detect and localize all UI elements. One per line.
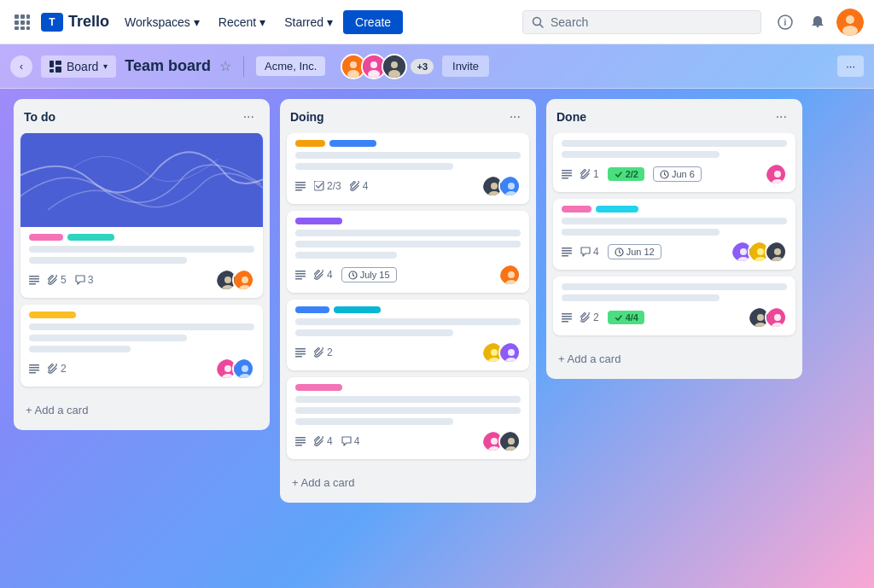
card-avatar-2 (498, 430, 521, 452)
member-count-badge[interactable]: +3 (411, 59, 434, 74)
svg-rect-6 (15, 26, 19, 30)
card-doing-1[interactable]: 2/3 4 (287, 133, 529, 204)
column-doing-menu[interactable]: ··· (504, 108, 526, 126)
star-icon[interactable]: ☆ (219, 58, 231, 74)
list-icon (29, 364, 39, 374)
notifications-icon-btn[interactable] (804, 9, 831, 36)
card-done-1[interactable]: 1 2/2 Jun 6 (553, 133, 795, 192)
svg-rect-101 (562, 253, 572, 254)
card-todo-2[interactable]: 2 (20, 305, 263, 387)
svg-rect-64 (295, 276, 306, 277)
card-avatar-2 (765, 306, 787, 329)
card-line (295, 230, 521, 236)
card-doing-3[interactable]: 2 (287, 300, 529, 370)
trello-logo[interactable]: T Trello (41, 13, 109, 32)
svg-rect-54 (295, 189, 302, 191)
card-line (29, 257, 187, 264)
svg-rect-1 (20, 15, 25, 19)
svg-rect-117 (614, 313, 623, 323)
svg-point-122 (774, 314, 781, 321)
svg-rect-33 (29, 281, 39, 282)
card-meta: 2 (295, 346, 333, 358)
starred-nav-btn[interactable]: Starred ▾ (276, 10, 341, 34)
attachment-icon (314, 270, 324, 280)
meta-attachments: 1 (580, 168, 599, 180)
sidebar-collapse-btn[interactable]: ‹ (10, 55, 32, 78)
svg-rect-42 (29, 367, 39, 369)
tag-teal (67, 234, 114, 241)
attachment-icon (48, 275, 58, 285)
app-header: T Trello Workspaces ▾ Recent ▾ Starred ▾… (0, 0, 874, 44)
card-line (29, 335, 187, 341)
card-meta: 4 4 (295, 435, 359, 447)
card-lines (562, 218, 787, 236)
search-bar[interactable]: Search (522, 10, 761, 34)
member-avatar-3[interactable] (382, 54, 407, 79)
svg-rect-94 (614, 170, 623, 179)
column-todo-menu[interactable]: ··· (238, 108, 259, 126)
card-line (29, 323, 254, 330)
recent-nav-btn[interactable]: Recent ▾ (210, 10, 274, 34)
user-avatar[interactable] (836, 9, 864, 36)
card-tags (29, 234, 254, 241)
svg-rect-63 (295, 273, 306, 275)
search-placeholder: Search (551, 15, 588, 29)
card-lines (29, 246, 254, 264)
column-doing: Doing ··· (280, 99, 536, 503)
svg-point-119 (757, 314, 764, 321)
invite-button[interactable]: Invite (442, 55, 489, 77)
card-lines (562, 283, 787, 301)
tag-pink (295, 384, 342, 391)
svg-point-57 (491, 183, 498, 189)
meta-list (29, 275, 39, 285)
card-avatar-2 (232, 269, 254, 291)
tag-yellow (29, 311, 76, 318)
board-title: Team board (125, 57, 211, 75)
column-done-menu[interactable]: ··· (771, 108, 792, 126)
card-doing-2[interactable]: 4 July 15 (287, 211, 529, 293)
card-line (295, 407, 521, 414)
workspaces-nav-btn[interactable]: Workspaces ▾ (116, 10, 208, 34)
card-footer: 2 (29, 358, 254, 380)
logo-box: T (41, 13, 63, 32)
meta-due-badge: Jun 12 (608, 244, 661, 259)
card-line (295, 329, 453, 336)
workspace-tag[interactable]: Acme, Inc. (256, 56, 325, 76)
card-avatar-1 (498, 264, 521, 286)
svg-point-75 (491, 349, 498, 356)
info-icon: i (778, 15, 793, 30)
card-avatar-3 (765, 241, 787, 263)
card-doing-4[interactable]: 4 4 (287, 377, 529, 459)
card-tags (295, 140, 521, 147)
svg-rect-53 (295, 187, 306, 189)
board-view-btn[interactable]: Board ▾ (41, 55, 116, 78)
svg-rect-0 (15, 15, 19, 19)
column-todo-body: 5 3 (14, 133, 270, 393)
svg-rect-72 (295, 353, 306, 355)
card-footer: 4 July 15 (295, 264, 521, 286)
svg-rect-41 (29, 364, 39, 366)
add-card-doing[interactable]: + Add a card (283, 469, 533, 496)
add-card-done[interactable]: + Add a card (550, 346, 799, 372)
svg-rect-30 (22, 133, 261, 227)
card-footer: 2 (295, 341, 521, 364)
meta-attachments: 4 (314, 269, 333, 281)
meta-list (295, 347, 306, 358)
svg-point-16 (842, 26, 858, 36)
add-card-todo[interactable]: + Add a card (17, 397, 266, 423)
card-done-3[interactable]: 2 4/4 (553, 277, 795, 335)
create-button[interactable]: Create (343, 10, 403, 34)
column-todo-title: To do (24, 110, 55, 124)
info-icon-btn[interactable]: i (772, 9, 799, 36)
grid-icon[interactable] (10, 10, 34, 34)
card-done-2[interactable]: 4 Jun 12 (553, 199, 795, 270)
svg-rect-116 (562, 321, 568, 323)
card-lines (295, 230, 521, 259)
tag-cyan (334, 306, 381, 313)
card-line (295, 396, 521, 403)
board-subheader: ‹ Board ▾ Team board ☆ Acme, Inc. (0, 44, 874, 89)
card-todo-1[interactable]: 5 3 (20, 133, 263, 298)
svg-point-28 (391, 61, 398, 68)
more-options-button[interactable]: ··· (837, 55, 864, 77)
svg-point-22 (350, 61, 357, 68)
